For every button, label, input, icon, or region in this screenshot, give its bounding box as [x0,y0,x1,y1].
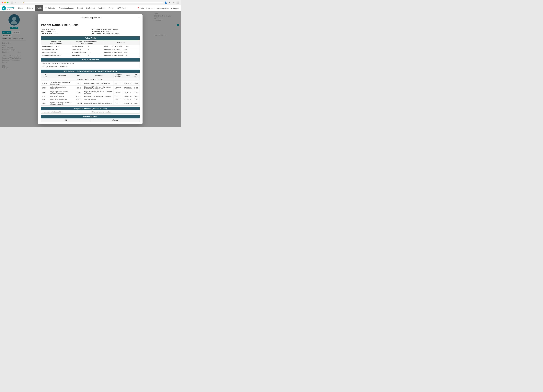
plus-icon: + [172,1,175,4]
alerts-list: Frailty Flag (Loss of Weight) | High Adm… [41,62,140,68]
hcc-col-raf: RAFScore [133,73,140,78]
prov-g20: TEL****** [113,95,123,98]
table-row: Professional: $1,796.63 ER Discharges: 0… [41,45,140,48]
change-role-button[interactable]: ≡ Change Role [157,7,169,9]
window-controls: ⬜ [11,1,13,4]
col-medical-costs: Medical Costs(Last 12 months) [41,40,71,45]
nav-ops-admin[interactable]: OPS Admin [116,5,129,11]
help-icon: ❓ [137,7,139,9]
payor-label: Payor Name: [41,30,51,33]
awv-status-value: AWV Due 2022-11-16 [103,33,119,34]
tab-icon: ⬜ [11,1,13,4]
grid-icon: ⊞ [146,7,147,9]
hccdesc-i700: Vascular Disease [83,98,113,101]
nav-right: ❓ Help ⊞ Product ≡ Change Role ↩ Logout [137,7,179,9]
desc-j449: Chronic obstructive pulmonary disease, u… [49,101,75,106]
dx-g20: G20 [41,95,49,98]
last-pcp-label: Last PCP Visit: [41,33,53,34]
nav-care-coordinators[interactable]: Care Coordinators [57,5,75,11]
schedule-appointment-modal: Schedule Appointment × Patient Name: Smi… [38,14,142,124]
utilization-subheaders: ER InPatient [41,118,140,122]
hcc-row-g20: G20 Parkinson's disease HCC78 Parkinson'… [41,95,140,98]
traffic-lights [2,2,8,3]
nav-qa-report[interactable]: QA Report [84,5,96,11]
utilization-section: Patient Utilization ER InPatient [41,115,140,122]
hcc-col-desc1: Description [49,73,75,78]
awv-status-label: AWV Status: [92,33,102,34]
utilization-header: Patient Utilization [41,115,140,118]
last-pcp-value: ****** [54,33,58,34]
alerts-header: Alerts & Notifications [41,58,140,62]
alert-item-2: Rx Compliance Issue - [Depression] [41,65,140,68]
nav-arrows: ‹ › [14,1,20,4]
hcc-section: HCC Summary - PLEASE ADDRESS AND RECODE … [41,70,140,106]
date-g20: 04/14/2021 [123,95,133,98]
help-button[interactable]: ❓ Help [137,7,144,9]
alerts-section: Alerts & Notifications Frailty Flag (Los… [41,58,140,68]
privacy-icon: 🔒 [23,2,25,3]
browser-chrome: ⬜ ‹ › 🔒 👤 ⬆ + ⬜ [0,0,181,5]
hcc-col-provider: AssignedProvider [113,73,123,78]
appt-date-label: Appt Date: [92,28,100,30]
desc-l4050: Arthropathic psoriasis, unspecified [49,86,75,90]
logo-name: Acclivity [7,6,14,9]
nav-referral[interactable]: Referral [25,5,35,11]
dx-e1165: E1165 [41,81,49,86]
hcc-i700: HCC108 [75,98,83,101]
dx-j449: J449 [41,101,49,106]
logout-button[interactable]: ↩ Logout [171,7,179,9]
desc-e1165: Type 2 diabetes mellitus with hyperglyce… [49,81,75,86]
modal-close-button[interactable]: × [138,16,140,19]
pharmacy-row: Pharmacy: $669.30 [41,51,71,54]
hcc-group-header-row: Existing (2020-11-01 to 2021-10-31) [41,78,140,81]
close-button[interactable] [2,2,3,3]
forward-arrow[interactable]: › [18,1,20,4]
raf-e1165: 0.302 [133,81,140,86]
raf-l4050: 0.421 [133,86,140,90]
er-discharges-row: ER Discharges: 0 [71,45,103,48]
date-j449: 11/19/2020 [123,101,133,106]
hcc-score-row: Current HCC Comm Score: 2.620 [103,45,140,48]
hcc-l4050: HCC40 [75,86,83,90]
total-expenses-row: Total Expenses: $2,882.52 [41,54,71,57]
patient-profile-table: Medical Costs(Last 12 months) ER, IP & O… [41,40,140,57]
hcc-j449: HCC111 [75,101,83,106]
raf-g20: 0.606 [133,95,140,98]
nav-profile[interactable]: Profile [35,5,43,11]
minimize-button[interactable] [4,2,6,3]
share-icon: ⬆ [168,1,171,4]
app-nav: A Acclivity HEALTH Home Referral Profile… [0,5,181,11]
nav-home[interactable]: Home [17,5,25,11]
hccdesc-j449: Chronic Obstructive Pulmonary Disease [83,101,113,106]
date-f331: 05/07/2021 [123,90,133,95]
main-content: QR Code Face Sheet Summary Medical Info … [0,11,181,127]
hcc-col-hcc: HCC [75,73,83,78]
modal-body[interactable]: Patient Name: Smith, Jane DOB: 07/14/195… [38,21,142,124]
hcc-g20: HCC78 [75,95,83,98]
app-logo: A Acclivity HEALTH [2,6,14,11]
address-bar[interactable]: 🔒 [22,2,163,3]
date-i700: 07/07/2021 [123,98,133,101]
hcc-header: HCC Summary - PLEASE ADDRESS AND RECODE … [41,70,140,73]
nav-analytics[interactable]: Analytics [96,5,107,11]
modal-header: Schedule Appointment × [38,14,142,21]
maximize-button[interactable] [7,2,8,3]
prov-j449: ILA****** [113,101,123,106]
dx-f331: F331 [41,90,49,95]
nav-my-calendar[interactable]: My Calendar [43,5,57,11]
table-row: Total Expenses: $2,882.52 Total Visits: … [41,54,140,57]
hcc-row-l4050: L4050 Arthropathic psoriasis, unspecifie… [41,86,140,90]
hccdesc-l4050: Rheumatoid Arthritis and Inflammatory Co… [83,86,113,90]
product-button[interactable]: ⊞ Product [146,7,154,9]
nav-admin[interactable]: Admin [107,5,116,11]
inpatient-header: InPatient [90,118,140,122]
nav-report[interactable]: Report [75,5,84,11]
hcc-f331: HCC59 [75,90,83,95]
hcc-row-e1165: E1165 Type 2 diabetes mellitus with hype… [41,81,140,86]
hosp-readmit-row: Probability of Hosp Readmit: 1% [103,54,140,57]
back-arrow[interactable]: ‹ [14,1,17,4]
suspected-section: Suspected Condition: (Rx w/o ICD Code) r… [41,107,140,114]
hccdesc-f331: Major Depressive, Bipolar, and Paranoid … [83,90,113,95]
nav-items: Home Referral Profile My Calendar Care C… [17,5,129,11]
raf-i700: 0.288 [133,98,140,101]
